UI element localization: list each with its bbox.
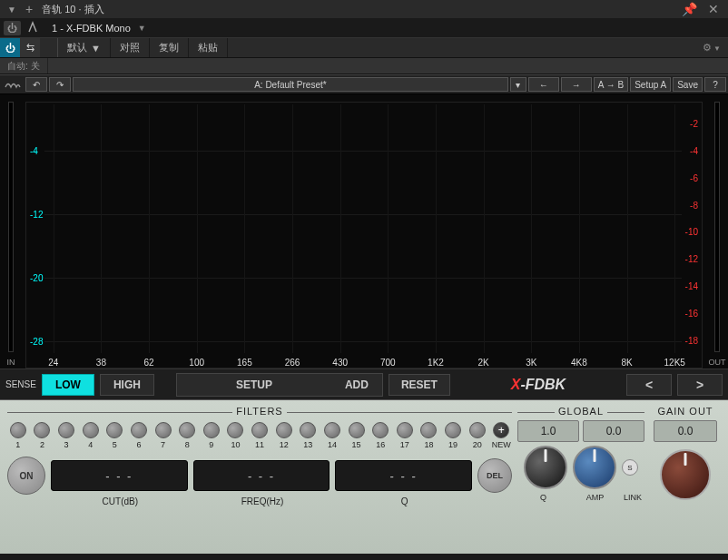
filter-slot[interactable]: 5	[104, 422, 126, 449]
sense-high-button[interactable]: HIGH	[100, 374, 154, 396]
filter-slot[interactable]: 7	[152, 422, 174, 449]
filter-slot[interactable]: 13	[298, 422, 320, 449]
filter-slot[interactable]: 6	[128, 422, 150, 449]
x-axis-label: 700	[380, 358, 396, 368]
filter-slot[interactable]: 4	[80, 422, 102, 449]
filter-slot-number: 11	[255, 440, 264, 449]
setup-button[interactable]: Setup A	[630, 77, 671, 92]
filter-new-button[interactable]: +NEW	[491, 422, 513, 449]
filter-slot[interactable]: 9	[201, 422, 222, 449]
filter-slot[interactable]: 14	[321, 422, 343, 449]
power-icon[interactable]: ⏻	[4, 21, 21, 35]
global-q-knob[interactable]	[524, 446, 567, 489]
setup-mode-button[interactable]: SETUP	[177, 374, 331, 396]
global-q-value[interactable]: 1.0	[517, 420, 579, 442]
window-titlebar: ▼ + 音轨 10 · 插入 📌 ✕	[0, 0, 728, 18]
x-axis-label: 430	[332, 358, 348, 368]
filter-next-button[interactable]: >	[677, 374, 723, 396]
global-label: GLOBAL	[558, 406, 604, 417]
spectrum-graph[interactable]: -4-12-20-28-2-4-6-8-10-12-14-16-18243862…	[25, 102, 703, 368]
redo-button[interactable]: ↷	[49, 77, 71, 92]
filter-slot[interactable]: 18	[418, 422, 440, 449]
filter-slot[interactable]: 15	[346, 422, 368, 449]
gear-icon[interactable]: ⚙▼	[695, 42, 728, 54]
tab-compare[interactable]: 对照	[111, 38, 150, 57]
filter-slot[interactable]: 10	[225, 422, 247, 449]
q-display[interactable]: - - -	[335, 460, 472, 491]
waves-logo-icon[interactable]	[2, 77, 24, 92]
filter-slot[interactable]: 17	[394, 422, 416, 449]
filter-slot[interactable]: 16	[369, 422, 391, 449]
gain-out-value[interactable]: 0.0	[654, 420, 717, 442]
x-axis-label: 38	[96, 358, 106, 368]
x-axis-label: 12K5	[664, 358, 685, 368]
y-axis-right-label: -12	[685, 254, 698, 264]
filter-on-button[interactable]: ON	[7, 457, 45, 495]
filter-slot[interactable]: 20	[467, 422, 488, 449]
filter-slot-number: 20	[473, 440, 482, 449]
filter-slot[interactable]: 2	[32, 422, 54, 449]
filter-delete-button[interactable]: DEL	[477, 458, 512, 493]
gain-out-knob[interactable]	[660, 449, 711, 500]
filter-slot-number: 19	[448, 440, 457, 449]
routing-icon[interactable]	[23, 19, 43, 37]
undo-button[interactable]: ↶	[25, 77, 47, 92]
y-axis-right-label: -4	[690, 146, 698, 156]
plugin-body: IN -4-12-20-28-2-4-6-8-10-12-14-16-18243…	[0, 94, 728, 553]
save-button[interactable]: Save	[673, 77, 703, 92]
preset-name-display[interactable]: A: Default Preset*	[73, 77, 508, 92]
y-axis-right-label: -18	[685, 335, 698, 345]
preset-next-button[interactable]: →	[561, 77, 592, 92]
pin-icon[interactable]: 📌	[676, 2, 703, 16]
filter-prev-button[interactable]: <	[626, 374, 672, 396]
ab-button[interactable]: A → B	[594, 77, 628, 92]
chevron-down-icon[interactable]: ▼	[4, 5, 20, 15]
preset-menu-button[interactable]: ▾	[510, 77, 526, 92]
compare-icon[interactable]: ⇆	[20, 38, 40, 57]
filter-slot[interactable]: 12	[273, 422, 295, 449]
filter-slot-number: 5	[113, 440, 117, 449]
plugin-name[interactable]: 1 - X-FDBK Mono	[48, 23, 134, 34]
filter-slots: 1234567891011121314151617181920+NEW	[7, 422, 512, 449]
lower-panel: FILTERS 1234567891011121314151617181920+…	[0, 399, 728, 554]
y-axis-left-label: -12	[30, 209, 43, 219]
filter-slot-number: 13	[303, 440, 312, 449]
filter-slot[interactable]: 19	[442, 422, 464, 449]
sense-low-button[interactable]: LOW	[42, 374, 94, 396]
filter-slot-number: 14	[328, 440, 337, 449]
y-axis-right-label: -14	[685, 281, 698, 291]
filter-slot[interactable]: 8	[176, 422, 198, 449]
close-icon[interactable]: ✕	[703, 2, 724, 16]
filter-slot[interactable]: 1	[7, 422, 29, 449]
filter-slot-number: 8	[185, 440, 190, 449]
filters-block: FILTERS 1234567891011121314151617181920+…	[7, 406, 512, 548]
filter-slot-number: 18	[424, 440, 433, 449]
filter-slot[interactable]: 11	[249, 422, 271, 449]
reset-button[interactable]: RESET	[389, 374, 450, 396]
x-axis-label: 3K	[526, 358, 536, 368]
global-block: GLOBAL 1.0 0.0 S Q AMP LINK	[517, 406, 644, 548]
filter-slot[interactable]: 3	[55, 422, 77, 449]
chevron-down-icon[interactable]: ▼	[134, 24, 150, 33]
tab-copy[interactable]: 复制	[150, 38, 189, 57]
filter-slot-number: 15	[352, 440, 361, 449]
input-meter-track[interactable]	[8, 102, 14, 352]
tab-paste[interactable]: 粘贴	[189, 38, 228, 57]
preset-prev-button[interactable]: ←	[528, 77, 559, 92]
add-icon[interactable]: +	[20, 2, 38, 16]
global-amp-value[interactable]: 0.0	[583, 420, 644, 442]
freq-display[interactable]: - - -	[193, 460, 330, 491]
output-label: OUT	[709, 356, 726, 368]
add-mode-button[interactable]: ADD	[331, 374, 382, 396]
cut-display[interactable]: - - -	[51, 460, 188, 491]
y-axis-right-label: -2	[690, 119, 698, 129]
filter-slot-number: 16	[376, 440, 385, 449]
help-button[interactable]: ?	[704, 77, 726, 92]
output-meter-track[interactable]	[714, 102, 720, 352]
bypass-button[interactable]: ⏻	[0, 38, 20, 57]
global-amp-knob[interactable]	[573, 446, 616, 489]
filter-slot-number: 4	[88, 440, 93, 449]
tab-default[interactable]: 默认▼	[58, 38, 111, 57]
cut-label: CUT(dB)	[49, 496, 192, 506]
link-switch[interactable]: S	[622, 459, 638, 476]
